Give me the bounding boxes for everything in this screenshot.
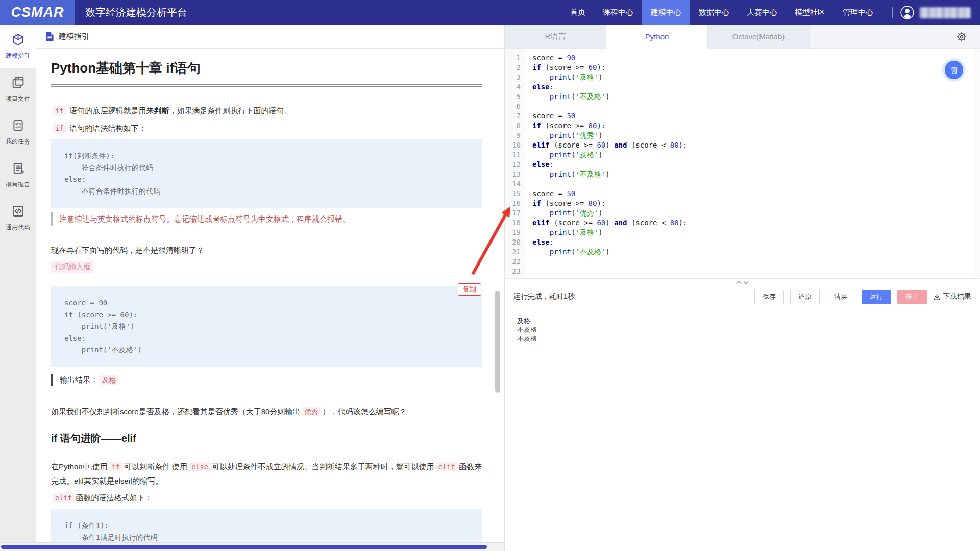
code-line: print('优秀') — [532, 131, 980, 140]
sidebar: 建模指引项目文件我的任务撰写报告通用代码 — [0, 25, 36, 551]
sidebar-item-label: 建模指引 — [6, 52, 30, 60]
nav-item-大赛中心[interactable]: 大赛中心 — [738, 0, 786, 25]
run-status: 运行完成，耗时1秒 — [513, 292, 575, 301]
user-avatar-icon[interactable] — [900, 5, 915, 20]
doc-paragraph: 如果我们不仅想判断score是否及格，还想看其是否优秀（大于80分则输出优秀），… — [51, 404, 482, 419]
report-icon — [11, 161, 25, 177]
code-line: print('及格') — [532, 228, 980, 237]
nav-item-课程中心[interactable]: 课程中心 — [594, 0, 642, 25]
sidebar-item-label: 通用代码 — [6, 223, 30, 232]
inline-code: if — [53, 124, 66, 133]
guide-panel-header: 建模指引 — [36, 25, 504, 49]
line-number: 21 — [505, 247, 521, 257]
line-number: 4 — [505, 82, 521, 92]
files-icon — [11, 76, 25, 91]
inline-code: elif — [436, 462, 458, 471]
output-line: 及格 — [517, 317, 980, 325]
download-icon — [933, 293, 941, 301]
nav-item-模型社区[interactable]: 模型社区 — [786, 0, 834, 25]
run-toolbar: 运行完成，耗时1秒 保存还原清屏运行停止下载结果 — [505, 286, 980, 307]
tabs-filler — [810, 25, 980, 49]
restore-button[interactable]: 还原 — [790, 290, 820, 304]
code-line: print('及格') — [532, 150, 980, 160]
line-number: 6 — [505, 102, 521, 111]
app-title: 数字经济建模分析平台 — [85, 6, 187, 19]
code-line: if (score >= 60): — [532, 63, 980, 73]
guide-panel: 建模指引 Python基础第十章 if语句if 语句的底层逻辑就是用来判断，如果… — [36, 25, 504, 551]
doc-output-quote: 输出结果：及格 — [51, 374, 482, 386]
editor-code-area[interactable]: score = 90if (score >= 60): print('及格')e… — [525, 49, 980, 278]
inline-code: else — [189, 462, 211, 471]
line-number: 12 — [505, 160, 521, 170]
line-number: 1 — [505, 53, 521, 63]
doc-title: Python基础第十章 if语句 — [51, 59, 482, 77]
inline-code: if — [53, 106, 66, 115]
sidebar-item-项目文件[interactable]: 项目文件 — [0, 68, 36, 111]
tab-R语言[interactable]: R语言 — [505, 25, 606, 49]
line-number: 10 — [505, 140, 521, 150]
doc-vertical-scrollbar-thumb[interactable] — [495, 291, 500, 393]
line-number: 16 — [505, 199, 521, 208]
horizontal-scrollbar — [0, 542, 504, 551]
clear-code-button[interactable] — [945, 61, 963, 79]
settings-gear-icon[interactable] — [955, 31, 968, 43]
doc-section-heading: if 语句进阶——elif — [51, 432, 482, 445]
horizontal-scrollbar-thumb[interactable] — [1, 545, 487, 549]
document-icon — [45, 32, 54, 41]
nav-item-管理中心[interactable]: 管理中心 — [834, 0, 882, 25]
line-number: 7 — [505, 111, 521, 121]
code-line: score = 90 — [532, 53, 980, 63]
doc-paragraph: elif函数的语法格式如下： — [51, 491, 482, 505]
line-number: 5 — [505, 92, 521, 102]
output-line: 不及格 — [517, 334, 980, 343]
save-button[interactable]: 保存 — [754, 290, 784, 304]
code-editor: 1234567891011121314151617181920212223 sc… — [505, 49, 980, 278]
tab-Python[interactable]: Python — [606, 25, 708, 49]
nav-item-建模中心[interactable]: 建模中心 — [642, 0, 690, 25]
editor-vertical-scrollbar[interactable] — [974, 49, 980, 278]
sidebar-item-建模指引[interactable]: 建模指引 — [0, 25, 36, 68]
sidebar-item-撰写报告[interactable]: 撰写报告 — [0, 154, 36, 197]
sidebar-item-label: 项目文件 — [6, 94, 30, 103]
toolbar-buttons: 保存还原清屏运行停止下载结果 — [754, 290, 971, 304]
doc-code-block: if(判断条件): 符合条件时执行的代码 else: 不符合条件时执行的代码 — [51, 139, 482, 208]
stop-button[interactable]: 停止 — [897, 290, 927, 304]
inline-code: 及格 — [100, 375, 118, 385]
line-number: 18 — [505, 218, 521, 228]
code-line: score = 50 — [532, 189, 980, 199]
code-line: print('不及格') — [532, 170, 980, 179]
editor-collapse-handle[interactable] — [505, 278, 980, 286]
download-results-button[interactable]: 下载结果 — [933, 292, 971, 301]
sidebar-item-label: 撰写报告 — [6, 180, 30, 189]
sidebar-item-通用代码[interactable]: 通用代码 — [0, 197, 36, 239]
sidebar-item-label: 我的任务 — [6, 137, 30, 146]
nav-item-数据中心[interactable]: 数据中心 — [690, 0, 738, 25]
top-nav: 首页课程中心建模中心数据中心大赛中心模型社区管理中心 — [561, 0, 882, 25]
nav-item-首页[interactable]: 首页 — [561, 0, 594, 25]
cube-icon — [11, 33, 25, 48]
code-line: else: — [532, 82, 980, 92]
sidebar-item-我的任务[interactable]: 我的任务 — [0, 111, 36, 154]
tab-Octave(Matlab)[interactable]: Octave(Matlab) — [708, 25, 810, 49]
inline-code: 优秀 — [302, 407, 321, 416]
doc-code: score = 90 if (score >= 60): print('及格')… — [51, 286, 482, 367]
code-line: elif (score >= 60) and (score < 80): — [532, 218, 980, 228]
trash-icon — [950, 66, 959, 75]
run-output: 及格不及格不及格 — [505, 307, 980, 551]
code-line — [532, 267, 980, 276]
title-double-rule — [51, 84, 482, 87]
chevron-up-icon — [736, 281, 742, 284]
run-button[interactable]: 运行 — [862, 290, 891, 304]
line-number: 8 — [505, 121, 521, 131]
code-input-label: 代码输入框 — [51, 261, 94, 273]
clear-button[interactable]: 清屏 — [826, 290, 855, 304]
top-bar: CSMAR 数字经济建模分析平台 首页课程中心建模中心数据中心大赛中心模型社区管… — [0, 0, 980, 25]
copy-button[interactable]: 复制 — [458, 283, 481, 296]
chevron-down-icon — [743, 281, 749, 284]
code-line: print('不及格') — [532, 92, 980, 102]
code-line: print('及格') — [532, 73, 980, 82]
tasks-icon — [11, 118, 25, 134]
guide-panel-title: 建模指引 — [59, 32, 89, 41]
doc-paragraph: 在Python中,使用if可以判断条件 使用else可以处理条件不成立的情况。当… — [51, 460, 482, 488]
code-line: else: — [532, 160, 980, 170]
